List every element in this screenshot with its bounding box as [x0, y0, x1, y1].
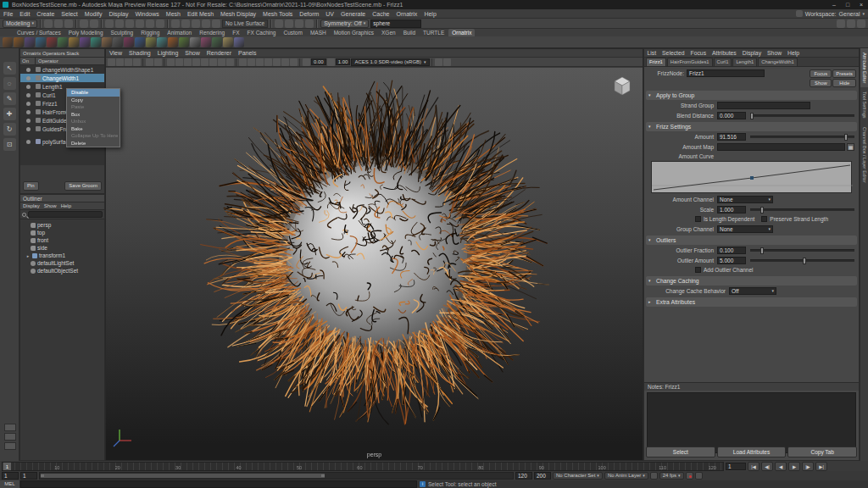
menu-deform[interactable]: Deform: [296, 9, 322, 19]
go-to-start-button[interactable]: |◀: [748, 462, 760, 471]
auto-keyframe-icon[interactable]: [686, 472, 693, 480]
mel-language-button[interactable]: MEL: [0, 480, 20, 488]
outliner-item-defaultlightset[interactable]: defaultLightSet: [20, 259, 104, 267]
layout-persp-outliner-button[interactable]: [4, 442, 16, 450]
texture-map-button[interactable]: ▦: [847, 143, 854, 151]
2d-pan-zoom-icon[interactable]: [154, 58, 162, 66]
hairball-render[interactable]: [106, 68, 643, 460]
anim-layer-dropdown[interactable]: No Anim Layer ▾: [604, 472, 648, 480]
strand-group-field[interactable]: [717, 102, 810, 109]
operator-enabled-icon[interactable]: [26, 140, 31, 144]
snap-to-plane-icon[interactable]: [202, 19, 210, 28]
film-gate-icon[interactable]: [184, 58, 192, 66]
menu-modify[interactable]: Modify: [81, 9, 106, 19]
shelf-item-icon[interactable]: [36, 37, 46, 47]
open-scene-icon[interactable]: [54, 19, 63, 28]
shelf-tab-animation[interactable]: Animation: [164, 29, 195, 36]
animation-end-field[interactable]: 200: [534, 472, 551, 480]
shelf-item-icon[interactable]: [25, 37, 35, 47]
menu-display[interactable]: Display: [23, 202, 40, 209]
tab-changewidth1[interactable]: ChangeWidth1: [758, 58, 797, 66]
gamma-field[interactable]: 1.00: [336, 58, 351, 65]
amount-curve-widget[interactable]: [651, 161, 852, 193]
undo-icon[interactable]: [80, 19, 88, 28]
add-outlier-channel-checkbox[interactable]: [695, 267, 701, 273]
sidebar-tab-attribute-editor[interactable]: Attribute Editor: [860, 48, 868, 87]
outliner-item-persp[interactable]: persp: [20, 221, 104, 229]
search-input[interactable]: [28, 211, 103, 218]
menu-select[interactable]: Select: [58, 9, 81, 19]
menu-display[interactable]: Display: [739, 49, 764, 58]
menu-uv[interactable]: UV: [322, 9, 337, 19]
hide-button[interactable]: Hide: [832, 79, 856, 87]
operator-enabled-icon[interactable]: [26, 110, 31, 114]
section-extra-attributes[interactable]: ▸ Extra Attributes: [646, 297, 857, 307]
maximize-button[interactable]: □: [841, 0, 854, 9]
step-forward-button[interactable]: |▶: [802, 462, 814, 471]
show-button[interactable]: Show: [810, 79, 832, 87]
menu-help[interactable]: Help: [420, 9, 439, 19]
menu-show[interactable]: Show: [44, 202, 57, 209]
render-settings-icon[interactable]: [305, 19, 314, 28]
stack-row[interactable]: changeWidthShape1: [20, 65, 104, 74]
section-change-caching[interactable]: ▾ Change Caching: [646, 276, 857, 286]
outliner-item-side[interactable]: side: [20, 244, 104, 252]
snap-to-curve-icon[interactable]: [181, 19, 190, 28]
shaded-icon[interactable]: [248, 58, 255, 66]
shelf-item-icon[interactable]: [47, 37, 57, 47]
shelf-item-icon[interactable]: [201, 37, 211, 47]
menu-show[interactable]: Show: [765, 49, 785, 58]
play-forwards-button[interactable]: ▶: [788, 462, 800, 471]
outlier-fraction-field[interactable]: 0.100: [717, 247, 746, 254]
shelf-item-icon[interactable]: [102, 37, 112, 47]
menu-cache[interactable]: Cache: [369, 9, 392, 19]
play-backwards-button[interactable]: ◀: [775, 462, 787, 471]
image-plane-icon[interactable]: [146, 58, 153, 66]
workspace-selector[interactable]: Workspace: General ▾: [796, 10, 868, 17]
operator-enabled-icon[interactable]: [26, 127, 31, 131]
notes-textarea[interactable]: [647, 392, 856, 453]
menu-help[interactable]: Help: [785, 49, 803, 58]
safe-action-icon[interactable]: [218, 58, 225, 66]
selection-mask-icon[interactable]: [156, 19, 164, 28]
mute-playback-icon[interactable]: [650, 472, 658, 480]
shelf-tab-build[interactable]: Build: [400, 29, 419, 36]
redo-icon[interactable]: [90, 19, 98, 28]
shelf-item-icon[interactable]: [135, 37, 145, 47]
use-all-lights-icon[interactable]: [264, 58, 272, 66]
amount-channel-dropdown[interactable]: None ▾: [717, 196, 773, 203]
operator-enabled-icon[interactable]: [26, 93, 31, 97]
tab-curl1[interactable]: Curl1: [714, 58, 732, 66]
scale-slider[interactable]: [750, 208, 854, 211]
select-tool-icon[interactable]: ↖: [3, 62, 16, 75]
layout-single-pane-button[interactable]: [4, 424, 16, 431]
range-start-handle[interactable]: [41, 474, 44, 477]
outlier-amount-field[interactable]: 5.000: [717, 257, 746, 264]
snap-to-point-icon[interactable]: [192, 19, 200, 28]
outliner-item-front[interactable]: front: [20, 236, 104, 244]
shelf-item-icon[interactable]: [212, 37, 222, 47]
section-frizz-settings[interactable]: ▾ Frizz Settings: [646, 122, 857, 131]
view-transform-dropdown[interactable]: ACES 1.0 SDR-video (sRGB) ▾: [351, 58, 429, 66]
shelf-tab-rigging[interactable]: Rigging: [137, 29, 163, 36]
tab-length1[interactable]: Length1: [732, 58, 757, 66]
playback-range-bar[interactable]: [41, 474, 325, 478]
select-component-icon[interactable]: [125, 19, 134, 28]
screen-space-ao-icon[interactable]: [281, 58, 289, 66]
save-groom-button[interactable]: Save Groom: [64, 181, 102, 191]
current-time-field[interactable]: 1: [726, 463, 746, 470]
animation-start-field[interactable]: 1: [2, 472, 19, 480]
shelf-tab-motion-graphics[interactable]: Motion Graphics: [331, 29, 377, 36]
playback-range-slider[interactable]: [39, 472, 514, 480]
menu-file[interactable]: File: [0, 9, 16, 19]
operator-enabled-icon[interactable]: [26, 119, 31, 123]
minimize-button[interactable]: –: [827, 0, 841, 9]
blend-distance-field[interactable]: 0.000: [717, 112, 746, 119]
save-scene-icon[interactable]: [64, 19, 73, 28]
go-to-end-button[interactable]: ▶|: [815, 462, 827, 471]
gamma-icon[interactable]: [327, 58, 335, 66]
copy-tab-button[interactable]: Copy Tab: [787, 446, 857, 458]
shelf-tab-fx[interactable]: FX: [229, 29, 242, 36]
render-view-icon[interactable]: [285, 19, 293, 28]
outliner-item-transform1[interactable]: ▸ transform1: [20, 252, 104, 259]
